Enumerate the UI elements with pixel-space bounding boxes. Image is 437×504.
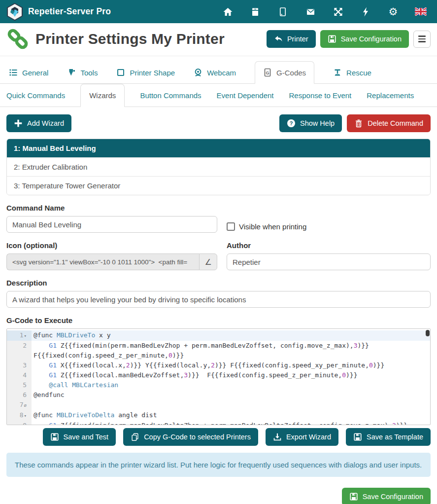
editor-code-2: G1 Z{{fixed(min(perm.manBedLevZhop + per… [32,341,430,360]
save-configuration-button[interactable]: Save Configuration [320,30,409,48]
tab-rescue-label: Rescue [346,69,371,77]
gcode-file-icon: G [263,68,272,77]
editor-gutter-2: 2 [7,341,32,360]
editor-line-7[interactable]: 7∅ [7,400,430,410]
editor-code-4: G1 Z{{fixed(local.manBedLevZoffset,3)}} … [32,370,430,380]
save-as-template-button[interactable]: Save as Template [346,428,431,446]
editor-code-3: G1 X{{fixed(local.x,2)}} Y{{fixed(local.… [32,360,430,370]
save-icon [328,35,336,43]
editor-line-4[interactable]: 4 G1 Z{{fixed(local.manBedLevZoffset,3)}… [7,370,430,380]
gcode-to-execute-label: G-Code to Execute [6,316,431,324]
description-input[interactable] [6,291,431,308]
download-icon [273,432,282,441]
editor-line-6[interactable]: 6@endfunc [7,390,430,400]
visible-when-printing-label: Visible when printing [239,222,306,231]
visible-when-printing-checkbox[interactable] [227,222,235,231]
tab-webcam-label: Webcam [207,69,236,77]
svg-text:G: G [266,71,269,75]
page-title: Printer Settings My Printer [35,31,225,47]
save-and-test-button[interactable]: Save and Test [43,428,116,446]
tab-general-label: General [22,69,48,77]
editor-gutter-8[interactable]: 8▾ [7,410,32,421]
editor-line-2[interactable]: 2 G1 Z{{fixed(min(perm.manBedLevZhop + p… [7,341,430,360]
settings-icon[interactable]: ⚙ [387,6,399,17]
messages-icon[interactable] [304,6,316,17]
editor-line-5[interactable]: 5 @call MBLCartesian [7,380,430,390]
editor-line-1[interactable]: 1▾@func MBLDriveTo x y [7,330,430,341]
list-item-temperature-tower[interactable]: 3: Temperature Tower Generator [7,176,430,195]
icon-optional-label: Icon (optional) [6,241,217,250]
square-icon [116,68,125,77]
list-icon [9,68,18,77]
menu-button[interactable] [413,31,431,48]
gcode-editor[interactable]: 1▾@func MBLDriveTo x y2 G1 Z{{fixed(min(… [6,328,431,425]
editor-code-5: @call MBLCartesian [32,380,430,390]
printer-icon[interactable] [249,6,261,17]
subtab-event-dependent[interactable]: Event Dependent [217,84,274,107]
subtab-wizards[interactable]: Wizards [80,84,125,107]
subtab-replacements[interactable]: Replacements [367,84,414,107]
printer-button[interactable]: Printer [267,30,316,48]
delete-command-button[interactable]: Delete Command [347,114,431,132]
trash-icon [354,119,363,128]
editor-code-8: @func MBLDriveToDelta angle dist [32,410,430,421]
editor-line-9[interactable]: 9 G1 Z{{fixed(min(perm.manBedLevDeltaZho… [7,421,430,425]
editor-gutter-7: 7∅ [7,400,32,410]
editor-code-7 [32,400,430,410]
tab-webcam[interactable]: Webcam [194,62,236,83]
subtab-button-commands[interactable]: Button Commands [140,84,201,107]
repetier-logo [6,3,23,21]
settings-tabs: General Tools Printer Shape Webcam G G-C… [0,56,437,84]
svg-text:?: ? [290,120,293,126]
editor-code-9: G1 Z{{fixed(min(perm.manBedLevDeltaZhop … [32,421,430,425]
language-flag-en-icon[interactable] [415,6,427,17]
export-wizard-button[interactable]: Export Wizard [266,428,338,446]
show-help-label: Show Help [300,119,335,127]
editor-code-1: @func MBLDriveTo x y [32,330,430,341]
save-and-test-label: Save and Test [64,433,109,441]
webcam-icon [194,68,202,77]
edit-icon: ∠ [205,257,212,267]
add-wizard-button[interactable]: Add Wizard [6,114,71,132]
copy-gcode-button[interactable]: Copy G-Code to selected Printers [123,428,258,446]
editor-gutter-1[interactable]: 1▾ [7,330,32,341]
home-icon[interactable] [222,6,234,17]
tab-printer-shape[interactable]: Printer Shape [116,62,175,83]
save-configuration-button-bottom[interactable]: Save Configuration [342,488,431,504]
tool-icon [67,68,76,77]
wizard-list: 1: Manual Bed Leveling 2: Extruder Calib… [6,139,431,195]
tab-rescue[interactable]: Rescue [333,62,371,83]
save-as-template-label: Save as Template [367,433,423,441]
tablet-icon[interactable] [277,6,289,17]
editor-line-3[interactable]: 3 G1 X{{fixed(local.x,2)}} Y{{fixed(loca… [7,360,430,370]
page-footer: Save Configuration [6,488,431,504]
editor-scrollbar-thumb[interactable] [426,330,430,336]
edit-icon-button[interactable]: ∠ [199,253,217,270]
command-name-label: Command Name [6,204,431,212]
editor-line-8[interactable]: 8▾@func MBLDriveToDelta angle dist [7,410,430,421]
navbar-icons: ⚙ [222,6,431,17]
editor-gutter-3: 3 [7,360,32,370]
tab-g-codes[interactable]: G G-Codes [255,61,314,84]
power-icon[interactable] [360,6,371,17]
list-item-manual-bed-leveling[interactable]: 1: Manual Bed Leveling [7,139,430,157]
rescue-icon [333,68,342,77]
export-wizard-label: Export Wizard [286,433,331,441]
copy-gcode-label: Copy G-Code to selected Printers [144,433,251,441]
subtab-quick-commands[interactable]: Quick Commands [6,84,65,107]
icon-svg-input[interactable] [6,253,199,270]
fullscreen-icon[interactable] [332,6,344,17]
tab-tools[interactable]: Tools [67,62,98,83]
plus-icon [14,119,23,128]
app-title: Repetier-Server Pro [28,6,111,17]
save-icon [349,492,358,501]
printer-button-label: Printer [287,35,308,43]
tab-general[interactable]: General [9,62,48,83]
list-item-extruder-calibration[interactable]: 2: Extruder Calibration [7,157,430,176]
subtab-response-to-event[interactable]: Response to Event [289,84,352,107]
author-input[interactable] [227,253,431,270]
tab-printer-shape-label: Printer Shape [130,69,175,77]
tab-tools-label: Tools [80,69,98,77]
command-name-input[interactable] [6,216,217,233]
show-help-button[interactable]: ? Show Help [279,114,342,132]
